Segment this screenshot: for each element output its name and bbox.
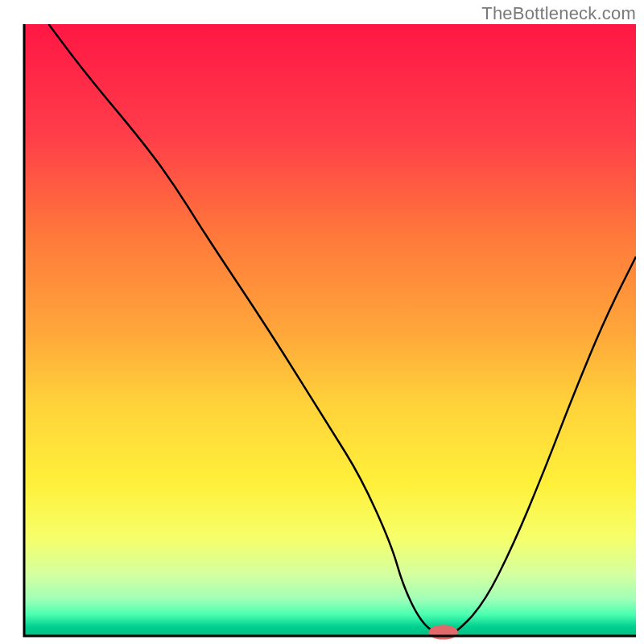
chart-svg [0,0,644,644]
chart-container: TheBottleneck.com [0,0,644,644]
watermark-text: TheBottleneck.com [481,3,636,24]
plot-background [24,24,636,636]
optimal-point-marker [428,625,457,639]
